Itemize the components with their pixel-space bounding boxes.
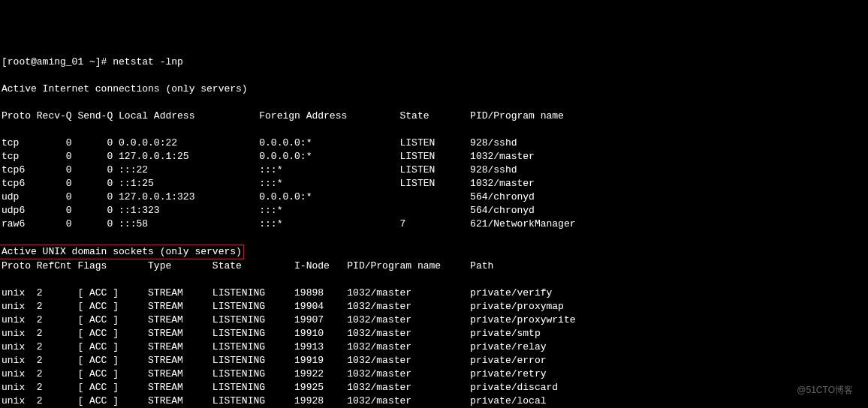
command-prompt[interactable]: [root@aming_01 ~]# netstat -lnp	[2, 56, 866, 69]
table-row: udp 0 0 127.0.0.1:323 0.0.0.0:* 564/chro…	[2, 190, 866, 204]
table-row: udp6 0 0 ::1:323 :::* 564/chronyd	[2, 204, 866, 218]
table-row: unix 2 [ ACC ] STREAM LISTENING 19907 10…	[2, 314, 866, 327]
table-row: unix 2 [ ACC ] STREAM LISTENING 19898 10…	[2, 286, 866, 300]
table-row: unix 2 [ ACC ] STREAM LISTENING 19925 10…	[2, 381, 866, 394]
table-row: unix 2 [ ACC ] STREAM LISTENING 19922 10…	[2, 368, 866, 381]
table-row: unix 2 [ ACC ] STREAM LISTENING 19904 10…	[2, 300, 866, 314]
table-row: unix 2 [ ACC ] STREAM LISTENING 19919 10…	[2, 354, 866, 368]
table-row: tcp 0 0 127.0.0.1:25 0.0.0.0:* LISTEN 10…	[2, 150, 866, 164]
unix-sockets-table: unix 2 [ ACC ] STREAM LISTENING 19898 10…	[2, 286, 866, 408]
table-row: tcp6 0 0 :::22 :::* LISTEN 928/sshd	[2, 164, 866, 177]
table-row: unix 2 [ ACC ] STREAM LISTENING 19910 10…	[2, 327, 866, 340]
table-row: raw6 0 0 :::58 :::* 7 621/NetworkManager	[2, 218, 866, 231]
watermark-text: @51CTO博客	[797, 383, 853, 397]
table-row: unix 2 [ ACC ] STREAM LISTENING 19928 10…	[2, 394, 866, 408]
internet-columns-header: Proto Recv-Q Send-Q Local Address Foreig…	[2, 110, 866, 123]
unix-columns-header: Proto RefCnt Flags Type State I-Node PID…	[2, 260, 866, 273]
table-row: unix 2 [ ACC ] STREAM LISTENING 19913 10…	[2, 340, 866, 354]
internet-connections-table: tcp 0 0 0.0.0.0:22 0.0.0.0:* LISTEN 928/…	[2, 136, 866, 231]
table-row: tcp6 0 0 ::1:25 :::* LISTEN 1032/master	[2, 177, 866, 190]
table-row: tcp 0 0 0.0.0.0:22 0.0.0.0:* LISTEN 928/…	[2, 136, 866, 150]
internet-section-header: Active Internet connections (only server…	[2, 82, 866, 96]
unix-section-header-highlighted: Active UNIX domain sockets (only servers…	[0, 244, 244, 260]
